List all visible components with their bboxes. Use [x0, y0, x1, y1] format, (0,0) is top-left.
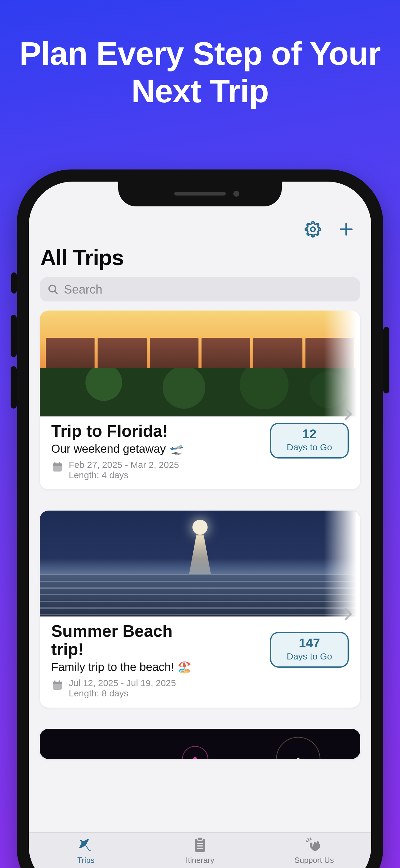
chevron-right-icon	[343, 608, 353, 621]
plus-icon	[338, 221, 354, 238]
phone-notch	[118, 182, 282, 207]
trip-length: Length: 8 days	[69, 688, 176, 699]
phone-volume-down	[10, 366, 17, 409]
svg-rect-11	[198, 837, 203, 841]
trip-photo	[40, 729, 360, 759]
countdown-number: 147	[280, 637, 339, 650]
countdown-badge: 147 Days to Go	[270, 632, 349, 668]
search-icon	[47, 283, 59, 296]
countdown-label: Days to Go	[280, 651, 339, 661]
tab-label: Itinerary	[186, 856, 214, 865]
trip-dates: Jul 12, 2025 - Jul 19, 2025	[69, 678, 176, 688]
countdown-label: Days to Go	[280, 442, 339, 453]
trip-photo	[40, 311, 360, 416]
search-input[interactable]	[64, 283, 353, 296]
trip-card[interactable]	[40, 729, 360, 759]
countdown-number: 12	[280, 428, 339, 440]
trip-dates: Feb 27, 2025 - Mar 2, 2025	[69, 460, 179, 470]
trip-subtitle: Our weekend getaway 🛫	[51, 442, 264, 456]
svg-rect-8	[54, 680, 55, 683]
svg-rect-7	[53, 682, 62, 684]
settings-button[interactable]	[305, 221, 321, 238]
svg-rect-12	[197, 843, 203, 844]
svg-rect-13	[197, 845, 203, 846]
chevron-right-icon	[343, 407, 353, 421]
phone-mockup: All Trips	[17, 169, 383, 868]
gear-icon	[305, 221, 321, 238]
svg-rect-5	[59, 462, 60, 465]
trips-list[interactable]: Trip to Florida! Our weekend getaway 🛫 1…	[29, 311, 371, 868]
trip-title: Summer Beach trip!	[51, 622, 178, 658]
tab-trips[interactable]: Trips	[29, 836, 143, 868]
phone-power-button	[383, 327, 390, 394]
clipboard-icon	[191, 836, 209, 854]
tab-label: Support Us	[294, 856, 334, 865]
trip-title: Trip to Florida!	[51, 422, 264, 440]
trip-card[interactable]: Summer Beach trip! Family trip to the be…	[40, 510, 360, 708]
trip-photo	[40, 510, 360, 617]
clap-icon	[306, 836, 323, 854]
tab-bar: Trips Itinerary	[29, 832, 371, 868]
calendar-icon	[51, 679, 63, 691]
countdown-badge: 12 Days to Go	[270, 423, 349, 459]
trip-length: Length: 4 days	[69, 470, 179, 480]
trip-subtitle: Family trip to the beach! 🏖️	[51, 660, 264, 674]
tab-label: Trips	[77, 856, 94, 865]
page-title: All Trips	[29, 245, 371, 277]
calendar-icon	[51, 461, 63, 473]
tab-itinerary[interactable]: Itinerary	[143, 836, 257, 868]
app-root: All Trips	[29, 182, 371, 868]
phone-volume-up	[10, 315, 17, 357]
svg-rect-14	[197, 848, 203, 849]
add-trip-button[interactable]	[338, 221, 354, 238]
svg-rect-3	[53, 463, 62, 466]
tab-support[interactable]: Support Us	[257, 836, 371, 868]
search-bar[interactable]	[40, 277, 360, 302]
airplane-icon	[77, 836, 94, 854]
trip-card[interactable]: Trip to Florida! Our weekend getaway 🛫 1…	[40, 311, 360, 489]
svg-rect-9	[59, 680, 60, 683]
promo-headline: Plan Every Step of Your Next Trip	[0, 0, 400, 110]
svg-rect-4	[54, 462, 55, 465]
phone-silence-switch	[11, 272, 17, 293]
svg-point-0	[311, 227, 315, 231]
